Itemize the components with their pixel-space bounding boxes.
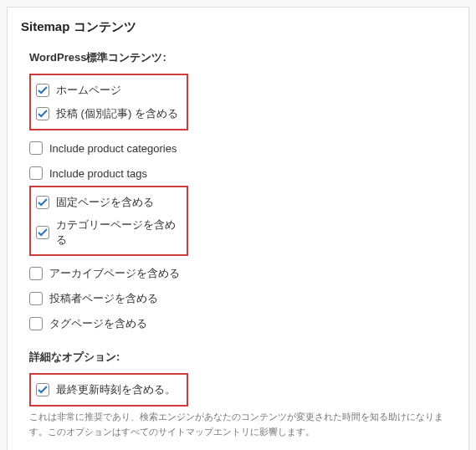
- highlight-box-3: 最終更新時刻を含める。: [29, 373, 188, 407]
- option-product-tags: Include product tags: [29, 161, 455, 186]
- panel-title: Sitemap コンテンツ: [21, 19, 455, 35]
- option-label: Include product categories: [49, 142, 177, 155]
- standard-section-label: WordPress標準コンテンツ:: [29, 50, 455, 65]
- checkbox-archives[interactable]: [29, 267, 43, 280]
- highlight-box-1: ホームページ 投稿 (個別記事) を含める: [29, 74, 188, 130]
- checkbox-authors[interactable]: [29, 292, 43, 305]
- checkbox-homepage[interactable]: [36, 84, 49, 97]
- option-posts: 投稿 (個別記事) を含める: [36, 102, 182, 125]
- option-label: 投稿 (個別記事) を含める: [56, 106, 178, 121]
- option-homepage: ホームページ: [36, 79, 182, 102]
- option-label: Include product tags: [49, 167, 147, 180]
- advanced-help-text: これは非常に推奨であり、検索エンジンがあなたのコンテンツが変更された時間を知る助…: [29, 410, 455, 440]
- option-categories: カテゴリーページを含める: [36, 214, 182, 251]
- checkbox-categories[interactable]: [36, 226, 49, 239]
- advanced-options: 最終更新時刻を含める。: [29, 373, 455, 407]
- option-label: ホームページ: [56, 83, 121, 98]
- option-label: タグページを含める: [49, 316, 147, 331]
- option-product-categories: Include product categories: [29, 136, 455, 161]
- checkbox-pages[interactable]: [36, 196, 49, 209]
- option-label: 固定ページを含める: [56, 195, 154, 210]
- highlight-box-2: 固定ページを含める カテゴリーページを含める: [29, 186, 188, 256]
- option-authors: 投稿者ページを含める: [29, 286, 455, 311]
- option-label: 最終更新時刻を含める。: [56, 382, 176, 397]
- checkbox-product-tags[interactable]: [29, 166, 43, 180]
- standard-options: ホームページ 投稿 (個別記事) を含める Include product ca…: [29, 74, 455, 336]
- checkbox-last-modified[interactable]: [36, 383, 49, 396]
- checkbox-posts[interactable]: [36, 107, 49, 120]
- checkbox-tags[interactable]: [29, 317, 43, 330]
- option-label: アーカイブページを含める: [49, 266, 180, 281]
- option-label: 投稿者ページを含める: [49, 291, 158, 306]
- option-archives: アーカイブページを含める: [29, 261, 455, 286]
- option-label: カテゴリーページを含める: [56, 217, 182, 248]
- sitemap-contents-panel: Sitemap コンテンツ WordPress標準コンテンツ: ホームページ 投…: [7, 7, 469, 450]
- advanced-section-label: 詳細なオプション:: [29, 350, 455, 365]
- option-pages: 固定ページを含める: [36, 191, 182, 214]
- option-tags: タグページを含める: [29, 311, 455, 336]
- option-last-modified: 最終更新時刻を含める。: [36, 378, 182, 401]
- checkbox-product-categories[interactable]: [29, 141, 43, 155]
